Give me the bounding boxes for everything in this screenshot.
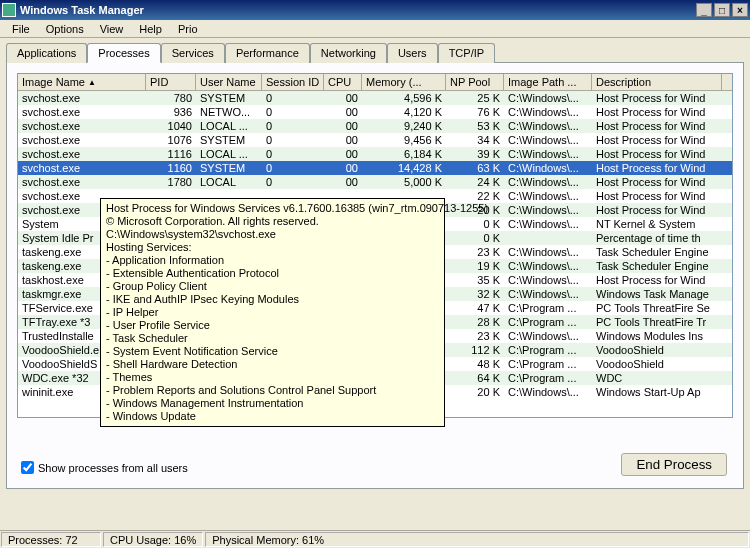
cell: C:\Windows\... xyxy=(504,329,592,343)
table-row[interactable]: svchost.exe1040LOCAL ...0009,240 K53 KC:… xyxy=(18,119,732,133)
cell: Host Process for Wind xyxy=(592,147,722,161)
col-nppool[interactable]: NP Pool xyxy=(446,74,504,90)
cell: C:\Windows\... xyxy=(504,273,592,287)
titlebar[interactable]: Windows Task Manager _ □ × xyxy=(0,0,750,20)
tooltip-line: Hosting Services: xyxy=(106,241,439,254)
tooltip-line: - Themes xyxy=(106,371,439,384)
cell: 4,120 K xyxy=(362,105,446,119)
cell: C:\Windows\... xyxy=(504,147,592,161)
cell: 25 K xyxy=(446,91,504,105)
menu-prio[interactable]: Prio xyxy=(170,21,206,37)
menu-file[interactable]: File xyxy=(4,21,38,37)
cell: PC Tools ThreatFire Tr xyxy=(592,315,722,329)
table-row[interactable]: svchost.exe780SYSTEM0004,596 K25 KC:\Win… xyxy=(18,91,732,105)
table-row[interactable]: svchost.exe1116LOCAL ...0006,184 K39 KC:… xyxy=(18,147,732,161)
menu-options[interactable]: Options xyxy=(38,21,92,37)
show-all-checkbox[interactable] xyxy=(21,461,34,474)
cell: NETWO... xyxy=(196,105,262,119)
cell: svchost.exe xyxy=(18,91,146,105)
menu-help[interactable]: Help xyxy=(131,21,170,37)
cell: 24 K xyxy=(446,175,504,189)
cell: svchost.exe xyxy=(18,133,146,147)
cell: 4,596 K xyxy=(362,91,446,105)
col-memory[interactable]: Memory (... xyxy=(362,74,446,90)
cell: 0 xyxy=(262,105,324,119)
cell: svchost.exe xyxy=(18,119,146,133)
col-user[interactable]: User Name xyxy=(196,74,262,90)
cell: C:\Windows\... xyxy=(504,259,592,273)
cell: 0 K xyxy=(446,231,504,245)
minimize-button[interactable]: _ xyxy=(696,3,712,17)
col-cpu[interactable]: CPU xyxy=(324,74,362,90)
end-process-button[interactable]: End Process xyxy=(621,453,727,476)
col-path[interactable]: Image Path ... xyxy=(504,74,592,90)
tab-strip: Applications Processes Services Performa… xyxy=(6,42,744,63)
cell: Host Process for Wind xyxy=(592,203,722,217)
cell: 00 xyxy=(324,91,362,105)
close-button[interactable]: × xyxy=(732,3,748,17)
cell: svchost.exe xyxy=(18,161,146,175)
cell: svchost.exe xyxy=(18,175,146,189)
cell: C:\Windows\... xyxy=(504,385,592,399)
cell: SYSTEM xyxy=(196,91,262,105)
tab-users[interactable]: Users xyxy=(387,43,438,63)
cell: 00 xyxy=(324,119,362,133)
cell: 19 K xyxy=(446,259,504,273)
cell: 23 K xyxy=(446,329,504,343)
cell: 53 K xyxy=(446,119,504,133)
cell: 112 K xyxy=(446,343,504,357)
cell xyxy=(504,231,592,245)
cell: Task Scheduler Engine xyxy=(592,245,722,259)
tab-processes[interactable]: Processes xyxy=(87,43,160,63)
tab-tcpip[interactable]: TCP/IP xyxy=(438,43,495,63)
window-title: Windows Task Manager xyxy=(20,4,694,16)
cell: svchost.exe xyxy=(18,105,146,119)
cell: C:\Program ... xyxy=(504,357,592,371)
tab-networking[interactable]: Networking xyxy=(310,43,387,63)
tooltip-line: Host Process for Windows Services v6.1.7… xyxy=(106,202,439,215)
cell: 00 xyxy=(324,147,362,161)
cell: 6,184 K xyxy=(362,147,446,161)
cell: Host Process for Wind xyxy=(592,175,722,189)
tab-applications[interactable]: Applications xyxy=(6,43,87,63)
cell: 32 K xyxy=(446,287,504,301)
status-memory: Physical Memory: 61% xyxy=(205,532,749,547)
col-session[interactable]: Session ID xyxy=(262,74,324,90)
col-desc[interactable]: Description xyxy=(592,74,722,90)
cell: 39 K xyxy=(446,147,504,161)
sort-asc-icon: ▲ xyxy=(88,78,96,87)
cell: Host Process for Wind xyxy=(592,105,722,119)
tooltip-line: - Group Policy Client xyxy=(106,280,439,293)
cell: 34 K xyxy=(446,133,504,147)
tab-performance[interactable]: Performance xyxy=(225,43,310,63)
cell: PC Tools ThreatFire Se xyxy=(592,301,722,315)
col-image-name[interactable]: Image Name▲ xyxy=(18,74,146,90)
table-row[interactable]: svchost.exe936NETWO...0004,120 K76 KC:\W… xyxy=(18,105,732,119)
maximize-button[interactable]: □ xyxy=(714,3,730,17)
cell: 0 xyxy=(262,133,324,147)
cell: 0 K xyxy=(446,217,504,231)
menubar: File Options View Help Prio xyxy=(0,20,750,38)
col-pid[interactable]: PID xyxy=(146,74,196,90)
tab-services[interactable]: Services xyxy=(161,43,225,63)
status-cpu: CPU Usage: 16% xyxy=(103,532,203,547)
cell: 35 K xyxy=(446,273,504,287)
cell: 1160 xyxy=(146,161,196,175)
cell: NT Kernel & System xyxy=(592,217,722,231)
cell: Host Process for Wind xyxy=(592,161,722,175)
cell: 00 xyxy=(324,105,362,119)
cell: VoodooShield xyxy=(592,343,722,357)
cell: 00 xyxy=(324,175,362,189)
cell: 14,428 K xyxy=(362,161,446,175)
table-row[interactable]: svchost.exe1076SYSTEM0009,456 K34 KC:\Wi… xyxy=(18,133,732,147)
tooltip-line: - Extensible Authentication Protocol xyxy=(106,267,439,280)
cell: LOCAL ... xyxy=(196,119,262,133)
show-all-row: Show processes from all users xyxy=(21,461,188,474)
cell: C:\Program ... xyxy=(504,301,592,315)
cell: Host Process for Wind xyxy=(592,91,722,105)
cell: LOCAL xyxy=(196,175,262,189)
table-row[interactable]: svchost.exe1160SYSTEM00014,428 K63 KC:\W… xyxy=(18,161,732,175)
menu-view[interactable]: View xyxy=(92,21,132,37)
table-row[interactable]: svchost.exe1780LOCAL0005,000 K24 KC:\Win… xyxy=(18,175,732,189)
cell: 23 K xyxy=(446,245,504,259)
